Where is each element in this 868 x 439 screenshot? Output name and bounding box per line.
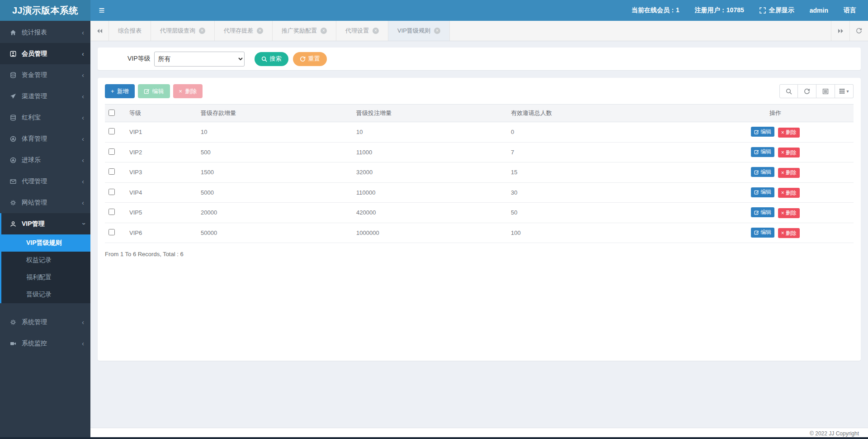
sidebar-item-monitor[interactable]: 系统监控 ‹: [0, 333, 90, 354]
table-header-row: 等级 晋级存款增量 晋级投注增量 有效邀请总人数 操作: [105, 105, 854, 122]
refresh-icon: [300, 56, 306, 62]
row-checkbox[interactable]: [108, 209, 115, 215]
row-checkbox[interactable]: [108, 148, 115, 155]
member-icon: [10, 51, 21, 57]
columns-dropdown-button[interactable]: ▾: [835, 84, 854, 98]
table-row: VIP1 10 10 0 编辑 ×删除: [105, 122, 854, 143]
chevron-left-icon: ‹: [82, 135, 84, 143]
tab-agent-settings[interactable]: 代理设置 ×: [336, 21, 388, 41]
edit-icon: [754, 129, 759, 134]
envelope-icon: [10, 178, 21, 185]
vip-level-select[interactable]: 所有: [154, 52, 245, 67]
double-left-icon: [97, 29, 103, 33]
submenu-item-promotion-records[interactable]: 晋级记录: [1, 286, 90, 303]
row-checkbox[interactable]: [108, 229, 115, 235]
table-refresh-button[interactable]: [798, 84, 816, 98]
tabs-scroll-left-button[interactable]: [90, 21, 109, 41]
sidebar-item-members[interactable]: 会员管理 ‹: [0, 43, 90, 64]
sidebar-item-bonus[interactable]: 红利宝 ‹: [0, 107, 90, 128]
close-icon[interactable]: ×: [373, 28, 379, 34]
row-delete-button[interactable]: ×删除: [778, 128, 800, 138]
tab-bar: 综合报表 代理层级查询 × 代理存提差 × 推广奖励配置 × 代理设置 × VI…: [90, 21, 868, 41]
row-checkbox[interactable]: [108, 128, 115, 134]
caret-down-icon: ▾: [846, 89, 849, 94]
sidebar-item-stats[interactable]: 统计报表 ‹: [0, 22, 90, 43]
search-button[interactable]: 搜索: [255, 52, 288, 66]
sidebar-item-funds[interactable]: 资金管理 ‹: [0, 64, 90, 86]
close-icon: ×: [781, 210, 784, 216]
sidebar-item-goal-fun[interactable]: 进球乐 ‹: [0, 149, 90, 171]
gear-icon: [10, 319, 21, 325]
row-edit-button[interactable]: 编辑: [751, 167, 774, 177]
vip-rules-table: 等级 晋级存款增量 晋级投注增量 有效邀请总人数 操作 VIP1 10 10: [105, 104, 854, 243]
table-view-controls: ▾: [779, 84, 854, 98]
list-icon: [822, 88, 829, 95]
row-checkbox[interactable]: [108, 189, 115, 195]
sidebar-item-agents[interactable]: 代理管理 ‹: [0, 171, 90, 192]
row-edit-button[interactable]: 编辑: [751, 127, 774, 137]
grid-icon: [839, 88, 845, 94]
cogs-icon: [10, 200, 21, 206]
row-edit-button[interactable]: 编辑: [751, 147, 774, 157]
search-icon: [786, 88, 792, 95]
tabs-scroll-right-button[interactable]: [831, 21, 849, 41]
reset-button[interactable]: 重置: [293, 52, 327, 66]
tab-vip-rules[interactable]: VIP晋级规则 ×: [388, 21, 450, 41]
submenu-item-welfare-config[interactable]: 福利配置: [1, 269, 90, 286]
col-actions: 操作: [697, 105, 854, 122]
table-row: VIP4 5000 110000 30 编辑 ×删除: [105, 182, 854, 203]
delete-button[interactable]: × 删除: [173, 84, 203, 98]
table-view-button[interactable]: [816, 84, 835, 98]
row-edit-button[interactable]: 编辑: [751, 228, 774, 238]
row-delete-button[interactable]: ×删除: [778, 168, 800, 178]
select-all-checkbox[interactable]: [108, 110, 115, 116]
col-level: 等级: [126, 105, 197, 122]
chevron-left-icon: ‹: [82, 50, 84, 57]
table-row: VIP2 500 11000 7 编辑 ×删除: [105, 142, 854, 162]
sidebar-item-sports[interactable]: 体育管理 ‹: [0, 128, 90, 149]
row-delete-button[interactable]: ×删除: [778, 228, 800, 238]
row-delete-button[interactable]: ×删除: [778, 148, 800, 157]
submenu-item-vip-rules[interactable]: VIP晋级规则: [1, 234, 90, 252]
row-edit-button[interactable]: 编辑: [751, 207, 774, 217]
chevron-left-icon: ‹: [82, 71, 84, 79]
close-icon[interactable]: ×: [434, 28, 440, 34]
rocket-icon: [10, 93, 21, 100]
row-delete-button[interactable]: ×删除: [778, 188, 800, 198]
bottom-scrollbar[interactable]: [0, 437, 868, 439]
close-icon[interactable]: ×: [257, 28, 263, 34]
tab-comprehensive-report[interactable]: 综合报表: [109, 21, 151, 41]
chevron-down-icon: ‹: [79, 223, 87, 225]
user-menu[interactable]: admin: [810, 7, 828, 14]
sidebar-item-system[interactable]: 系统管理 ‹: [0, 311, 90, 333]
online-members-count: 当前在线会员：1: [632, 6, 679, 14]
close-icon[interactable]: ×: [199, 28, 205, 34]
double-right-icon: [838, 29, 844, 33]
close-icon: ×: [781, 129, 784, 136]
refresh-icon: [856, 28, 862, 34]
row-edit-button[interactable]: 编辑: [751, 187, 774, 197]
filter-panel: VIP等级 所有 搜索 重置: [98, 48, 861, 70]
submenu-item-rights-records[interactable]: 权益记录: [1, 252, 90, 269]
tab-refresh-button[interactable]: [849, 21, 868, 41]
copyright-text: © 2022 JJ Copyright: [810, 430, 859, 437]
sidebar-toggle-button[interactable]: ≡: [90, 0, 113, 21]
row-checkbox[interactable]: [108, 168, 115, 175]
language-menu[interactable]: 语言: [844, 6, 856, 14]
tab-agent-level-query[interactable]: 代理层级查询 ×: [151, 21, 215, 41]
sidebar-item-website[interactable]: 网站管理 ‹: [0, 192, 90, 213]
chevron-left-icon: ‹: [82, 29, 84, 36]
sidebar-item-channels[interactable]: 渠道管理 ‹: [0, 86, 90, 107]
row-delete-button[interactable]: ×删除: [778, 208, 800, 218]
tab-promo-reward-config[interactable]: 推广奖励配置 ×: [273, 21, 336, 41]
fullscreen-button[interactable]: 全屏显示: [760, 6, 794, 14]
edit-icon: [144, 88, 150, 94]
edit-button[interactable]: 编辑: [138, 84, 170, 98]
add-button[interactable]: + 新增: [105, 84, 135, 98]
soccer-icon: [10, 157, 21, 163]
table-search-toggle-button[interactable]: [779, 84, 798, 98]
sidebar-item-vip[interactable]: VIP管理 ‹: [1, 213, 90, 234]
tab-agent-deposit-diff[interactable]: 代理存提差 ×: [215, 21, 273, 41]
close-icon[interactable]: ×: [321, 28, 327, 34]
edit-icon: [754, 149, 759, 154]
